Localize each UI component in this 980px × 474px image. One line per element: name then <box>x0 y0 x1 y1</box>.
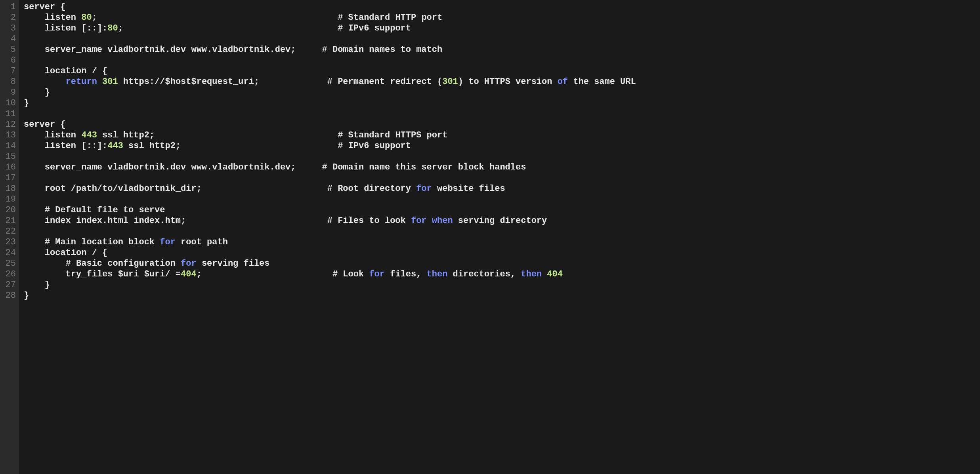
line-number: 6 <box>5 55 16 66</box>
token-comment: ) to HTTPS version <box>458 77 558 87</box>
code-line <box>24 226 980 237</box>
token-num: 443 <box>107 141 123 151</box>
token-default: index index.html index.htm; <box>24 216 327 226</box>
token-for: for <box>160 237 176 247</box>
line-number: 25 <box>5 258 16 269</box>
token-comment: # Domain names to match <box>322 45 443 55</box>
line-number: 16 <box>5 162 16 173</box>
token-default: server_name vladbortnik.dev www.vladbort… <box>24 162 322 172</box>
token-default: listen <box>24 130 81 140</box>
token-default: ssl http2; <box>97 130 338 140</box>
token-default: try_files $uri $uri/ = <box>24 269 181 279</box>
code-line: } <box>24 98 980 109</box>
token-default: location / { <box>24 248 107 258</box>
token-comment: files, <box>385 269 427 279</box>
token-then: then <box>521 269 542 279</box>
token-comment: website files <box>432 184 505 194</box>
line-number: 27 <box>5 280 16 290</box>
token-default: ; <box>92 13 338 23</box>
code-line <box>24 151 980 162</box>
token-default: ]: <box>97 23 107 33</box>
line-number: 9 <box>5 87 16 98</box>
token-comment: # Main location block <box>45 237 160 247</box>
code-line: listen 443 ssl http2; # Standard HTTPS p… <box>24 130 980 141</box>
code-area[interactable]: server { listen 80; # Standard HTTP port… <box>19 0 980 474</box>
token-num: 404 <box>181 269 197 279</box>
token-default <box>24 77 66 87</box>
token-default: ; <box>118 23 338 33</box>
token-num: 301 <box>442 77 458 87</box>
token-default: } <box>24 280 50 290</box>
token-comment: # Domain name this server block handles <box>322 162 526 172</box>
token-default: location / { <box>24 66 107 76</box>
token-for: for <box>411 216 427 226</box>
token-of: of <box>558 77 568 87</box>
code-line: location / { <box>24 247 980 258</box>
token-for: for <box>416 184 432 194</box>
token-default: listen [ <box>24 23 86 33</box>
line-number: 5 <box>5 44 16 55</box>
line-number: 18 <box>5 183 16 194</box>
line-number: 10 <box>5 98 16 109</box>
line-number: 17 <box>5 173 16 183</box>
line-number: 15 <box>5 151 16 162</box>
code-line <box>24 194 980 205</box>
token-default: server { <box>24 120 66 129</box>
line-number: 22 <box>5 226 16 237</box>
token-for: for <box>181 259 197 268</box>
code-editor: 1234567891011121314151617181920212223242… <box>0 0 980 474</box>
token-default: listen [ <box>24 141 86 151</box>
token-default: :: <box>86 141 97 151</box>
token-comment: serving files <box>197 259 270 268</box>
code-line: # Basic configuration for serving files <box>24 258 980 269</box>
code-line <box>24 55 980 66</box>
token-default: listen <box>24 13 81 23</box>
token-comment: # Look <box>332 269 369 279</box>
token-when: when <box>432 216 453 226</box>
code-line <box>24 34 980 44</box>
token-default: } <box>24 98 29 108</box>
line-number: 3 <box>5 23 16 34</box>
token-default <box>97 77 102 87</box>
token-default: } <box>24 88 50 97</box>
code-line <box>24 173 980 183</box>
token-comment: # Default file to serve <box>45 205 165 215</box>
token-default <box>24 205 45 215</box>
token-comment: # IPv6 support <box>338 23 411 33</box>
token-comment: # Basic configuration <box>66 259 181 268</box>
code-line: # Main location block for root path <box>24 237 980 247</box>
line-number: 4 <box>5 34 16 44</box>
code-line: server_name vladbortnik.dev www.vladbort… <box>24 44 980 55</box>
token-comment: # Root directory <box>327 184 416 194</box>
line-number: 12 <box>5 119 16 130</box>
line-number: 24 <box>5 247 16 258</box>
line-number: 8 <box>5 76 16 87</box>
line-number: 7 <box>5 66 16 76</box>
token-default: server { <box>24 2 66 12</box>
token-comment: # Standard HTTPS port <box>338 130 447 140</box>
token-then: then <box>427 269 448 279</box>
line-number: 11 <box>5 109 16 119</box>
token-num: 80 <box>81 13 92 23</box>
token-default <box>24 237 45 247</box>
line-number: 14 <box>5 141 16 151</box>
token-comment <box>427 216 432 226</box>
line-number: 21 <box>5 215 16 226</box>
token-comment: serving directory <box>453 216 547 226</box>
token-default: root /path/to/vladbortnik_dir; <box>24 184 327 194</box>
line-number: 13 <box>5 130 16 141</box>
token-default: ssl http2; <box>123 141 338 151</box>
token-kw: return <box>66 77 97 87</box>
line-number: 26 <box>5 269 16 280</box>
code-line: return 301 https://$host$request_uri; # … <box>24 76 980 87</box>
code-line: index index.html index.htm; # Files to l… <box>24 215 980 226</box>
code-line: root /path/to/vladbortnik_dir; # Root di… <box>24 183 980 194</box>
line-number-gutter: 1234567891011121314151617181920212223242… <box>0 0 19 474</box>
code-line: location / { <box>24 66 980 76</box>
code-line: } <box>24 290 980 301</box>
token-default: https://$host$request_uri; <box>118 77 327 87</box>
line-number: 1 <box>5 2 16 12</box>
token-num: 404 <box>547 269 563 279</box>
token-default: } <box>24 291 29 301</box>
code-line: } <box>24 87 980 98</box>
